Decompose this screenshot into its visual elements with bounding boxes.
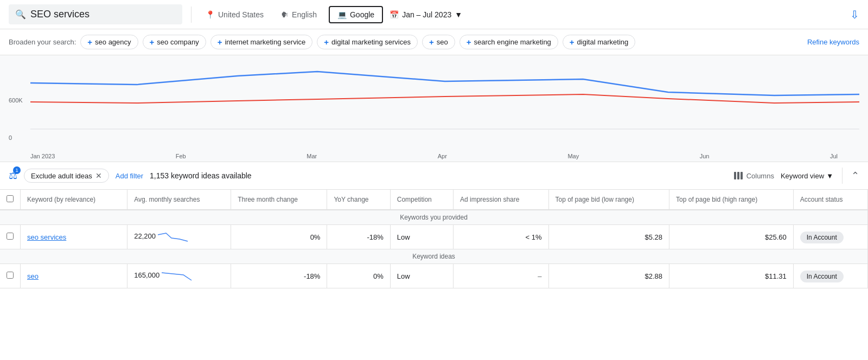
chart-x-labels: Jan 2023 Feb Mar Apr May Jun Jul xyxy=(9,151,859,159)
th-account-status[interactable]: Account status xyxy=(793,190,867,210)
keyword-link[interactable]: seo services xyxy=(27,233,66,241)
avg-monthly-cell: 165,000 xyxy=(127,264,231,288)
columns-button[interactable]: Columns xyxy=(733,171,774,181)
keyword-view-button[interactable]: Keyword view ▼ xyxy=(781,172,833,180)
competition-cell: Low xyxy=(390,264,453,288)
chip-label: internet marketing service xyxy=(225,38,305,46)
divider xyxy=(842,168,843,184)
chip-seo[interactable]: + seo xyxy=(422,35,455,49)
keyword-cell: seo services xyxy=(21,225,127,249)
search-value: SEO services xyxy=(30,9,90,20)
chip-search-engine-marketing[interactable]: + search engine marketing xyxy=(459,35,558,49)
yoy-cell: 0% xyxy=(327,264,390,288)
th-bid-low[interactable]: Top of page bid (low range) xyxy=(548,190,669,210)
table-row: seo services 22,200 0% -18% Low < 1% $5.… xyxy=(0,225,868,249)
x-label-apr: Apr xyxy=(438,153,447,159)
keyword-cell: seo xyxy=(21,264,127,288)
columns-label: Columns xyxy=(746,172,774,180)
select-all-checkbox[interactable] xyxy=(7,195,14,202)
red-trend-line xyxy=(30,94,859,103)
chevron-down-icon: ▼ xyxy=(455,10,462,19)
x-label-mar: Mar xyxy=(307,153,317,159)
chip-digital-marketing[interactable]: + digital marketing xyxy=(563,35,635,49)
chip-digital-marketing-services[interactable]: + digital marketing services xyxy=(317,35,418,49)
th-avg-monthly[interactable]: Avg. monthly searches xyxy=(127,190,231,210)
broaden-chips: + seo agency + seo company + internet ma… xyxy=(80,35,803,49)
filter-badge: 1 xyxy=(13,166,21,174)
filter-button[interactable]: ⚖ 1 xyxy=(9,170,17,182)
svg-rect-0 xyxy=(734,172,736,179)
keyword-count: 1,153 keyword ideas available xyxy=(150,171,252,180)
avg-monthly-value: 165,000 xyxy=(134,271,159,279)
plus-icon: + xyxy=(218,37,222,47)
row-checkbox[interactable] xyxy=(0,225,21,249)
x-label-may: May xyxy=(567,153,579,159)
x-label-jun: Jun xyxy=(700,153,710,159)
language-icon: 🗣 xyxy=(281,10,289,19)
keyword-view-label: Keyword view xyxy=(781,172,824,180)
keywords-table-wrap: Keyword (by relevance) Avg. monthly sear… xyxy=(0,190,868,288)
chip-internet-marketing[interactable]: + internet marketing service xyxy=(210,35,313,49)
refine-keywords-button[interactable]: Refine keywords xyxy=(807,38,859,46)
y-label-600k: 600K xyxy=(9,97,23,104)
chip-seo-agency[interactable]: + seo agency xyxy=(80,35,138,49)
chip-seo-company[interactable]: + seo company xyxy=(143,35,206,49)
avg-monthly-value: 22,200 xyxy=(134,232,156,240)
collapse-button[interactable]: ⌃ xyxy=(851,170,859,182)
divider xyxy=(191,7,192,23)
blue-trend-line xyxy=(30,72,859,95)
th-bid-high[interactable]: Top of page bid (high range) xyxy=(669,190,794,210)
location-label: United States xyxy=(218,10,264,19)
th-three-month[interactable]: Three month change xyxy=(231,190,327,210)
platform-selector[interactable]: 💻 Google xyxy=(329,6,383,23)
search-icon: 🔍 xyxy=(15,9,26,20)
platform-label: Google xyxy=(350,10,374,19)
x-label-jul: Jul xyxy=(830,153,838,159)
plus-icon: + xyxy=(570,37,575,47)
download-button[interactable]: ⇩ xyxy=(850,8,859,21)
th-competition[interactable]: Competition xyxy=(390,190,453,210)
keyword-link[interactable]: seo xyxy=(27,272,39,280)
chip-label: seo company xyxy=(157,38,199,46)
row-checkbox-input[interactable] xyxy=(7,233,14,240)
th-keyword[interactable]: Keyword (by relevance) xyxy=(21,190,127,210)
search-box[interactable]: 🔍 SEO services xyxy=(9,4,182,24)
broaden-bar: Broaden your search: + seo agency + seo … xyxy=(0,29,868,55)
plus-icon: + xyxy=(87,37,92,47)
chevron-down-icon: ▼ xyxy=(826,172,833,180)
plus-icon: + xyxy=(150,37,155,47)
row-checkbox-input[interactable] xyxy=(7,272,14,279)
platform-icon: 💻 xyxy=(337,10,347,19)
th-checkbox[interactable] xyxy=(0,190,21,210)
exclude-adult-label: Exclude adult ideas xyxy=(31,172,92,180)
yoy-cell: -18% xyxy=(327,225,390,249)
top-bar: 🔍 SEO services 📍 United States 🗣 English… xyxy=(0,0,868,29)
date-range-selector[interactable]: 📅 Jan – Jul 2023 ▼ xyxy=(390,10,462,19)
chip-label: digital marketing xyxy=(577,38,629,46)
section-header-provided: Keywords you provided xyxy=(0,210,868,225)
x-label-jan: Jan 2023 xyxy=(30,153,55,159)
bid-low-cell: $2.88 xyxy=(548,264,669,288)
table-row: seo 165,000 -18% 0% Low – $2.88 $11.31 xyxy=(0,264,868,288)
in-account-badge: In Account xyxy=(800,232,844,243)
chip-label: seo agency xyxy=(95,38,131,46)
th-ad-impression[interactable]: Ad impression share xyxy=(454,190,549,210)
three-month-cell: 0% xyxy=(231,225,327,249)
mini-chart xyxy=(162,269,194,282)
date-range-label: Jan – Jul 2023 xyxy=(402,10,451,19)
location-selector[interactable]: 📍 United States xyxy=(200,7,269,22)
bid-high-cell: $11.31 xyxy=(669,264,794,288)
ad-impression-cell: – xyxy=(454,264,549,288)
svg-rect-1 xyxy=(737,172,739,179)
y-label-0: 0 xyxy=(9,134,12,141)
row-checkbox[interactable] xyxy=(0,264,21,288)
calendar-icon: 📅 xyxy=(390,10,399,19)
plus-icon: + xyxy=(467,37,471,47)
add-filter-button[interactable]: Add filter xyxy=(116,172,143,180)
competition-cell: Low xyxy=(390,225,453,249)
remove-filter-icon[interactable]: ✕ xyxy=(95,171,102,180)
trend-chart-area: 600K 0 Jan 2023 Feb Mar Apr May Jun Jul xyxy=(0,55,868,162)
th-yoy[interactable]: YoY change xyxy=(327,190,390,210)
exclude-adult-chip[interactable]: Exclude adult ideas ✕ xyxy=(24,169,109,183)
language-selector[interactable]: 🗣 English xyxy=(276,7,322,22)
